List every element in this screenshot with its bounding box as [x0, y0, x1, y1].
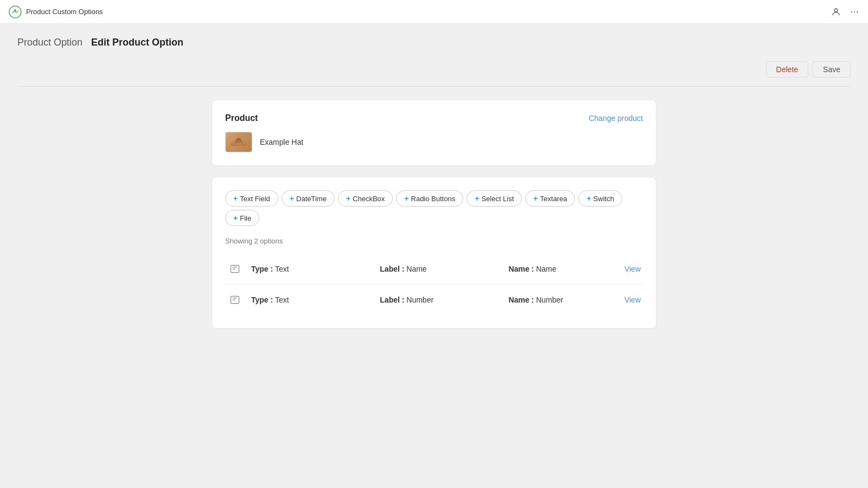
- tab-label: Switch: [593, 195, 614, 203]
- product-item: Example Hat: [225, 132, 643, 152]
- tab-label: DateTime: [296, 195, 327, 203]
- tab-label: Radio Buttons: [411, 195, 456, 203]
- tab-plus-icon: +: [233, 214, 238, 222]
- option-fields: Type : Text Label : Number Name : Number: [251, 296, 616, 304]
- option-type-field: Type : Text: [251, 265, 358, 273]
- tab-plus-icon: +: [404, 194, 409, 203]
- product-header: Product Change product: [225, 113, 643, 123]
- option-row-icon: [227, 261, 242, 277]
- tab-plus-icon: +: [475, 194, 479, 203]
- app-logo-icon: [9, 5, 22, 18]
- options-list: Type : Text Label : Name Name : Name Vie…: [225, 254, 643, 315]
- option-type-field: Type : Text: [251, 296, 358, 304]
- showing-count: Showing 2 options: [225, 237, 643, 245]
- label-key-label: Label :: [380, 296, 406, 304]
- more-options-button[interactable]: [850, 7, 859, 17]
- svg-point-2: [834, 9, 838, 12]
- tab-label: Select List: [481, 195, 514, 203]
- tab-btn-file[interactable]: +File: [225, 210, 259, 226]
- product-name: Example Hat: [260, 138, 303, 146]
- tab-plus-icon: +: [586, 194, 591, 203]
- topbar-left: Product Custom Options: [9, 5, 103, 18]
- product-thumbnail: [225, 132, 252, 152]
- name-val-label: Name: [536, 265, 556, 273]
- main-content: Product Option Edit Product Option Delet…: [0, 24, 868, 342]
- save-button[interactable]: Save: [813, 61, 851, 78]
- product-card: Product Change product Example Hat: [212, 100, 656, 166]
- option-label-field: Label : Name: [380, 265, 487, 273]
- svg-point-8: [237, 138, 241, 140]
- options-card: +Text Field+DateTime+CheckBox+Radio Butt…: [212, 177, 656, 329]
- table-row: Type : Text Label : Number Name : Number…: [225, 285, 643, 315]
- delete-button[interactable]: Delete: [766, 61, 808, 78]
- tab-label: File: [240, 214, 251, 222]
- product-section-title: Product: [225, 113, 258, 123]
- tabs-row: +Text Field+DateTime+CheckBox+Radio Butt…: [225, 190, 643, 226]
- option-name-field: Name : Number: [509, 296, 616, 304]
- breadcrumb-current: Edit Product Option: [91, 37, 183, 48]
- change-product-link[interactable]: Change product: [589, 114, 643, 123]
- table-row: Type : Text Label : Name Name : Name Vie…: [225, 254, 643, 285]
- tab-btn-text-field[interactable]: +Text Field: [225, 190, 278, 207]
- type-val-label: Text: [275, 265, 289, 273]
- tab-btn-textarea[interactable]: +Textarea: [525, 190, 575, 207]
- name-key-label: Name :: [509, 296, 537, 304]
- action-bar: Delete Save: [17, 61, 851, 78]
- tab-btn-switch[interactable]: +Switch: [578, 190, 622, 207]
- app-title: Product Custom Options: [26, 8, 103, 16]
- user-icon-button[interactable]: [831, 7, 841, 17]
- option-view-link[interactable]: View: [624, 296, 641, 304]
- option-label-field: Label : Number: [380, 296, 487, 304]
- topbar-right: [831, 7, 859, 17]
- svg-point-3: [851, 11, 852, 12]
- type-key-label: Type :: [251, 296, 275, 304]
- tab-plus-icon: +: [290, 194, 294, 203]
- name-key-label: Name :: [509, 265, 537, 273]
- option-fields: Type : Text Label : Name Name : Name: [251, 265, 616, 273]
- breadcrumb-parent-link[interactable]: Product Option: [17, 37, 82, 48]
- tab-label: Text Field: [240, 195, 270, 203]
- tab-plus-icon: +: [233, 194, 238, 203]
- topbar: Product Custom Options: [0, 0, 868, 24]
- tab-label: Textarea: [540, 195, 567, 203]
- hat-image: [229, 136, 248, 149]
- name-val-label: Number: [536, 296, 563, 304]
- tab-plus-icon: +: [533, 194, 538, 203]
- type-key-label: Type :: [251, 265, 275, 273]
- option-view-link[interactable]: View: [624, 265, 641, 273]
- tab-btn-datetime[interactable]: +DateTime: [282, 190, 335, 207]
- tab-btn-radio-buttons[interactable]: +Radio Buttons: [396, 190, 463, 207]
- svg-point-5: [857, 11, 858, 12]
- svg-point-1: [14, 9, 16, 11]
- label-val-label: Name: [406, 265, 426, 273]
- breadcrumb: Product Option Edit Product Option: [17, 37, 851, 48]
- tab-plus-icon: +: [346, 194, 350, 203]
- divider: [17, 86, 851, 87]
- option-row-icon: [227, 292, 242, 307]
- tab-btn-select-list[interactable]: +Select List: [467, 190, 522, 207]
- label-key-label: Label :: [380, 265, 406, 273]
- type-val-label: Text: [275, 296, 289, 304]
- tab-btn-checkbox[interactable]: +CheckBox: [338, 190, 393, 207]
- tab-label: CheckBox: [353, 195, 385, 203]
- option-name-field: Name : Name: [509, 265, 616, 273]
- svg-point-4: [854, 11, 855, 12]
- label-val-label: Number: [406, 296, 433, 304]
